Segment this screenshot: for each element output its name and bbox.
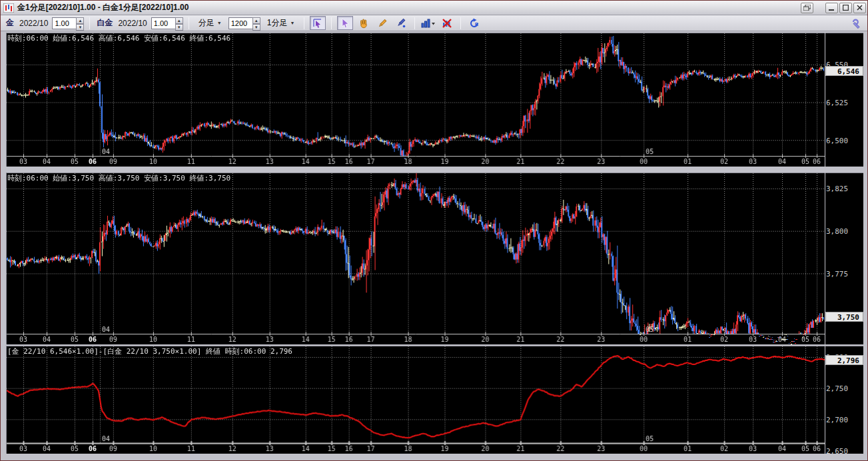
pencil-tool-button[interactable] [374,16,390,30]
close-button[interactable] [853,3,866,13]
bar-count-spinner: ▲▼ [228,17,260,29]
chevron-down-icon: ▼ [217,21,222,25]
y-axis-tick-label: 3,800 [826,227,848,236]
spread-last-price-badge: 2,796 [825,355,863,365]
maximize-icon [843,5,849,11]
pan-tool-button[interactable] [356,16,372,30]
toolbar-separator [189,17,189,29]
minimize-icon [829,5,835,11]
platinum-contract-month: 2022/10 [118,19,147,28]
close-icon [857,5,863,11]
gold-multiplier-spinner: ▲▼ [52,17,84,29]
hand-icon [358,18,369,29]
gold-last-price-badge: 6,546 [825,66,863,76]
title-bar[interactable]: 金1分足[2022/10]1.00 - 白金1分足[2022/10]1.00 [1,1,868,15]
y-axis-tick-label: 2,750 [826,384,848,393]
select-tool-button[interactable] [337,16,353,30]
platinum-price-axis: 3,750 3,8253,8003,775 [825,173,863,344]
candlestick-chart-icon [3,3,14,13]
y-axis-tick-label: 3,825 [826,185,848,193]
bar-count-up-icon[interactable]: ▲ [252,17,260,24]
toolbar: 金 2022/10 ▲▼ 白金 2022/10 ▲▼ 分足▼ ▲▼ 1分足▼ R [1,15,868,31]
platinum-multiplier-up-icon[interactable]: ▲ [175,17,183,24]
chart-type-button[interactable] [420,16,436,30]
chevron-down-icon: ▼ [290,21,294,25]
toolbar-separator [304,17,304,29]
platinum-multiplier-input[interactable] [151,17,175,29]
gold-chart-canvas[interactable] [6,33,825,167]
y-axis-tick-label: 6,500 [826,137,848,145]
wrench-icon [851,18,862,29]
window-title: 金1分足[2022/10]1.00 - 白金1分足[2022/10]1.00 [17,2,189,13]
delete-chart-icon [442,18,452,29]
reload-button[interactable]: R [466,16,482,30]
chart-cursor-tool-button[interactable] [310,16,326,30]
gold-contract-month: 2022/10 [19,19,48,28]
minimize-button[interactable] [825,3,838,13]
gold-multiplier-up-icon[interactable]: ▲ [76,17,84,24]
spread-chart-canvas[interactable] [6,346,825,454]
platinum-multiplier-down-icon[interactable]: ▼ [175,24,183,31]
platinum-symbol-label: 白金 [97,17,113,29]
select-arrow-icon [340,18,350,29]
bar-count-input[interactable] [228,17,252,29]
bar-count-down-icon[interactable]: ▼ [252,24,260,31]
maximize-button[interactable] [839,3,852,13]
refresh-icon: R [469,18,480,29]
pen-icon [396,18,406,29]
delete-indicator-button[interactable] [439,16,455,30]
gold-multiplier-down-icon[interactable]: ▼ [76,24,84,31]
toolbar-separator [414,17,415,29]
bar-chart-icon [421,18,436,29]
cascade-windows-button[interactable] [801,3,813,13]
y-axis-tick-label: 2,700 [826,416,848,424]
pen-tool-button[interactable] [393,16,409,30]
pencil-icon [377,18,388,29]
y-axis-tick-label: 6,525 [826,99,848,107]
platinum-chart-canvas[interactable] [6,173,825,344]
platinum-last-price-badge: 3,750 [825,312,863,322]
app-window: 金1分足[2022/10]1.00 - 白金1分足[2022/10]1.00 金… [0,0,868,461]
toolbar-separator [460,17,461,29]
timeframe-dropdown[interactable]: 1分足▼ [263,17,299,30]
gold-symbol-label: 金 [6,17,14,29]
settings-button[interactable] [849,16,865,30]
period-type-dropdown[interactable]: 分足▼ [195,17,226,30]
toolbar-separator [331,17,332,29]
platinum-multiplier-spinner: ▲▼ [151,17,183,29]
chart-cursor-icon [312,18,323,29]
y-axis-tick-label: 2,650 [826,447,848,454]
chart-area: 時刻:06:00 始値:6,546 高値:6,546 安値:6,546 終値:6… [1,31,868,461]
svg-text:R: R [475,22,478,27]
toolbar-separator [89,17,90,29]
gold-price-axis: 6,546 6,5506,5256,500 [825,33,863,167]
spread-price-axis: 2,796 2,8002,7502,7002,650 [825,346,863,454]
cascade-icon [803,5,811,11]
y-axis-tick-label: 3,775 [826,270,848,278]
gold-multiplier-input[interactable] [52,17,76,29]
